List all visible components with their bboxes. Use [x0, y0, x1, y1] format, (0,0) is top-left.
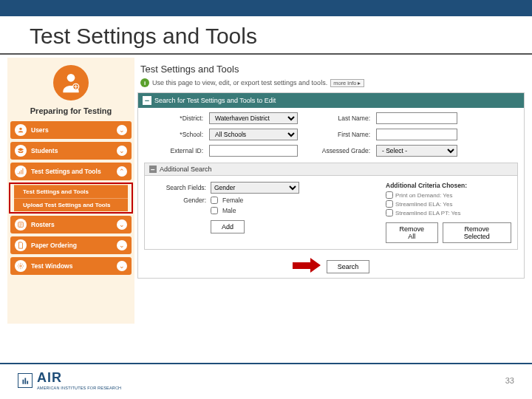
male-checkbox[interactable] — [211, 207, 218, 214]
sidebar: Preparing for Testing Users ⌄ Students ⌄… — [7, 58, 134, 324]
tools-icon — [15, 166, 27, 177]
female-label: Female — [222, 197, 243, 204]
sidebar-item-label: Students — [31, 147, 112, 154]
sidebar-sub-upload[interactable]: Upload Test Settings and Tools — [14, 198, 128, 211]
preparing-icon — [53, 65, 89, 100]
gear-icon — [15, 260, 27, 272]
chevron-down-icon: ⌄ — [117, 146, 127, 156]
content: Preparing for Testing Users ⌄ Students ⌄… — [0, 58, 532, 324]
grade-label: Assessed Grade: — [304, 147, 370, 154]
sidebar-item-label: Paper Ordering — [31, 242, 112, 249]
district-select[interactable]: Waterhaven District — [209, 112, 298, 124]
crit-checkbox[interactable] — [386, 191, 393, 199]
slide-title: Test Settings and Tools — [30, 24, 510, 49]
page-number: 33 — [505, 376, 514, 385]
additional-title: Additional Search — [160, 166, 212, 173]
add-button[interactable]: Add — [211, 220, 245, 233]
chevron-down-icon: ⌄ — [117, 125, 127, 135]
search-row: Search — [144, 257, 518, 273]
main-panel: Test Settings and Tools i Use this page … — [137, 58, 525, 324]
info-text: Use this page to view, edit, or export t… — [152, 79, 327, 86]
users-icon — [15, 124, 27, 136]
sidebar-item-label: Users — [31, 126, 112, 134]
highlight-box: Test Settings and Tools Upload Test Sett… — [9, 183, 133, 214]
external-label: External ID: — [144, 147, 203, 154]
search-fields-label: Search Fields: — [151, 184, 206, 191]
collapse-icon: − — [149, 166, 157, 173]
paper-icon — [15, 239, 27, 251]
sidebar-item-label: Rosters — [31, 221, 112, 228]
additional-right: Additional Criteria Chosen: Print on Dem… — [386, 182, 511, 243]
criteria-header: Additional Criteria Chosen: — [386, 182, 511, 189]
rosters-icon — [15, 219, 27, 231]
school-select[interactable]: All Schools — [209, 129, 298, 140]
criteria-item: Print on Demand: Yes — [386, 191, 511, 199]
criteria-item: Streamlined ELA: Yes — [386, 200, 511, 208]
panel-body: *District: Waterhaven District Last Name… — [138, 108, 524, 278]
crit-checkbox[interactable] — [386, 200, 393, 208]
panel-header[interactable]: − Search for Test Settings and Tools to … — [138, 93, 524, 108]
sidebar-item-windows[interactable]: Test Windows ⌄ — [10, 257, 132, 275]
panel-title: Search for Test Settings and Tools to Ed… — [154, 97, 276, 104]
search-button[interactable]: Search — [327, 260, 370, 273]
external-input[interactable] — [209, 145, 298, 157]
sidebar-item-students[interactable]: Students ⌄ — [10, 142, 132, 160]
firstname-input[interactable] — [376, 129, 457, 140]
air-logo-icon — [18, 373, 33, 388]
additional-left: Search Fields: Gender Gender: Female Mal… — [151, 182, 371, 243]
form-grid: *District: Waterhaven District Last Name… — [144, 112, 518, 157]
info-icon: i — [140, 78, 149, 87]
criteria-item: Streamlined ELA PT: Yes — [386, 209, 511, 216]
sidebar-heading: Preparing for Testing — [30, 106, 112, 115]
page-title: Test Settings and Tools — [137, 58, 525, 76]
red-arrow-icon — [293, 259, 322, 271]
school-label: *School: — [144, 131, 203, 138]
air-text: AIR — [37, 370, 121, 386]
more-info-button[interactable]: more info ▸ — [330, 79, 364, 87]
grade-select[interactable]: - Select - — [376, 145, 457, 157]
sidebar-item-test-settings[interactable]: Test Settings and Tools ⌃ — [10, 163, 132, 180]
crit-checkbox[interactable] — [386, 209, 393, 216]
lastname-input[interactable] — [376, 112, 457, 124]
sidebar-sub-test-settings[interactable]: Test Settings and Tools — [14, 185, 128, 198]
sidebar-item-label: Test Settings and Tools — [31, 168, 112, 175]
additional-body: Search Fields: Gender Gender: Female Mal… — [144, 176, 518, 250]
firstname-label: First Name: — [304, 131, 370, 138]
chevron-down-icon: ⌄ — [117, 219, 127, 230]
info-row: i Use this page to view, edit, or export… — [137, 76, 525, 89]
search-panel: − Search for Test Settings and Tools to … — [137, 92, 525, 279]
male-label: Male — [222, 207, 236, 214]
district-label: *District: — [144, 115, 203, 122]
air-logo: AIR AMERICAN INSTITUTES FOR RESEARCH — [18, 370, 121, 390]
svg-point-2 — [19, 128, 21, 130]
air-subtext: AMERICAN INSTITUTES FOR RESEARCH — [37, 386, 121, 390]
title-area: Test Settings and Tools — [0, 16, 532, 55]
svg-point-4 — [20, 265, 22, 267]
footer: AIR AMERICAN INSTITUTES FOR RESEARCH 33 — [0, 363, 532, 399]
sidebar-item-users[interactable]: Users ⌄ — [10, 121, 132, 139]
additional-header[interactable]: − Additional Search — [144, 163, 518, 176]
search-fields-select[interactable]: Gender — [211, 182, 299, 194]
chevron-down-icon: ⌄ — [117, 261, 127, 271]
chevron-up-icon: ⌃ — [117, 166, 127, 177]
sidebar-header: Preparing for Testing — [7, 58, 134, 120]
sidebar-item-label: Test Windows — [31, 262, 112, 270]
students-icon — [15, 145, 27, 157]
gender-label: Gender: — [151, 197, 206, 204]
remove-selected-button[interactable]: Remove Selected — [443, 222, 511, 243]
female-checkbox[interactable] — [211, 197, 218, 204]
collapse-icon: − — [143, 96, 151, 105]
remove-all-button[interactable]: Remove All — [386, 222, 438, 243]
sidebar-item-rosters[interactable]: Rosters ⌄ — [10, 216, 132, 233]
sidebar-item-paper[interactable]: Paper Ordering ⌄ — [10, 236, 132, 254]
lastname-label: Last Name: — [304, 115, 370, 122]
chevron-down-icon: ⌄ — [117, 240, 127, 250]
top-color-bar — [0, 0, 532, 16]
svg-point-0 — [67, 74, 75, 82]
